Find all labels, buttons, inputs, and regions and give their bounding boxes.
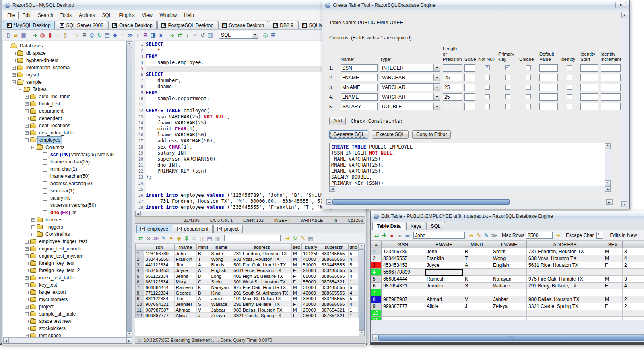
result-cell[interactable]: 5 (348, 251, 359, 256)
column-header[interactable]: # (371, 241, 382, 248)
result-cell[interactable]: M (291, 307, 301, 313)
result-cell[interactable]: 5631 Rice, Houston TX (232, 268, 292, 273)
identity-increment-input[interactable] (601, 84, 621, 91)
result-cell[interactable]: M (291, 262, 301, 268)
connect-icon[interactable]: ➔ (31, 31, 39, 39)
table-cell[interactable]: S (463, 283, 491, 289)
result-tab[interactable]: ✕employee (136, 225, 172, 233)
result-cell[interactable]: Wong (210, 256, 232, 262)
edit-record-icon[interactable]: ✎ (160, 234, 167, 242)
not-null-checkbox[interactable] (485, 75, 490, 80)
scale-input[interactable] (464, 103, 475, 110)
result-cell[interactable]: Bonds (210, 262, 232, 268)
expand-icon[interactable]: + (25, 124, 29, 128)
expand-icon[interactable]: + (25, 276, 29, 280)
refresh-results-icon[interactable]: ⇄ (137, 234, 144, 242)
expand-icon[interactable]: + (25, 327, 29, 330)
expand-icon[interactable]: + (25, 283, 29, 287)
chevron-down-icon[interactable]: ▼ (433, 64, 440, 71)
connection-tab[interactable]: ✕SQL Server 2008 (56, 21, 107, 29)
close-tab-icon[interactable]: ✕ (302, 23, 307, 28)
view-record-icon[interactable]: ∞ (144, 234, 152, 242)
results-vertical-scrollbar[interactable]: ▲ ▼ (359, 244, 365, 336)
menu-view[interactable]: View (138, 12, 156, 19)
table-cell[interactable] (463, 269, 491, 276)
menu-actions[interactable]: Actions (75, 12, 98, 19)
find-icon[interactable]: ◎ (88, 31, 96, 39)
max-rows-input[interactable] (526, 232, 553, 239)
result-cell[interactable]: 999887777 (144, 313, 174, 318)
scale-input[interactable] (464, 74, 475, 81)
rows-icon[interactable]: ≡ (119, 31, 126, 39)
column-header[interactable]: ssn (144, 244, 174, 251)
table-cell[interactable]: F (603, 303, 623, 310)
table-cell[interactable]: 2 (623, 303, 644, 310)
scroll-down-icon[interactable]: ▼ (126, 332, 132, 337)
table-row[interactable]: 1123456789JohnBSmith731 Fondren, Houston… (371, 248, 644, 255)
table-cell[interactable]: 5566778899 (382, 269, 425, 276)
result-cell[interactable]: 123456789 (144, 251, 174, 256)
table-cell[interactable]: K (463, 276, 491, 283)
undo-icon[interactable]: ↺ (199, 31, 206, 39)
result-cell[interactable]: K (197, 285, 210, 290)
table-cell[interactable]: Wallace (491, 283, 527, 289)
identity-checkbox[interactable] (567, 75, 572, 80)
table-cell[interactable] (623, 310, 644, 317)
tree-item[interactable]: +foreign_key_test_2 (3, 267, 126, 274)
group-icon[interactable]: ≣ (142, 31, 149, 39)
not-null-checkbox[interactable] (485, 65, 490, 70)
menu-window[interactable]: Window (156, 12, 181, 19)
column-header[interactable] (623, 241, 644, 248)
table-cell[interactable]: 987654321 (382, 283, 425, 289)
expand-icon[interactable]: + (12, 66, 16, 70)
close-tab-icon[interactable]: ✕ (222, 23, 227, 28)
execute-sql-button[interactable]: Execute SQL (372, 130, 409, 139)
scale-input[interactable] (464, 64, 475, 72)
save-grid-icon[interactable]: ▦ (307, 234, 314, 242)
scale-input[interactable] (464, 84, 475, 91)
result-cell[interactable]: J (197, 313, 210, 318)
window-horizontal-scrollbar[interactable]: ◀ ▶ (326, 199, 613, 205)
table-cell[interactable] (603, 310, 623, 317)
table-cell[interactable] (425, 310, 463, 317)
collapse-icon[interactable]: − (31, 146, 35, 149)
tab-sql[interactable]: SQL (426, 222, 445, 230)
table-row[interactable]: 3453453453JoyceAEnglish5631 Rice, Housto… (371, 262, 644, 269)
result-cell[interactable]: John (174, 251, 196, 256)
table-cell[interactable] (382, 310, 425, 317)
tree-item[interactable]: +dependent (3, 115, 126, 122)
refresh-table-icon[interactable]: ⇄ (373, 231, 380, 239)
expand-icon[interactable]: + (25, 254, 29, 258)
table-cell[interactable] (463, 317, 491, 321)
column-name-input[interactable] (341, 74, 378, 81)
tree-item[interactable]: +Constraints (3, 231, 126, 238)
result-cell[interactable]: 291 Berry, Bellaire, TX (232, 301, 292, 307)
result-cell[interactable]: A (197, 262, 210, 268)
key-icon[interactable]: ◆ (175, 234, 183, 242)
table-cell[interactable]: 999887777 (382, 303, 425, 310)
tree-item[interactable]: +project (3, 303, 126, 310)
expand-icon[interactable]: + (25, 102, 29, 106)
table-cell[interactable] (527, 269, 603, 276)
close-tab-icon[interactable]: ✕ (140, 227, 145, 231)
sql-horizontal-scrollbar[interactable]: ◀ ▶ (329, 186, 611, 192)
table-row[interactable]: 2333445555FranklinTWong638 Voss, Houston… (371, 255, 644, 262)
result-cell[interactable]: 987987987 (144, 307, 174, 313)
download-icon[interactable]: ↓ (184, 31, 191, 39)
commit-icon[interactable]: ▯ (62, 31, 69, 39)
length-input[interactable] (443, 93, 462, 101)
result-cell[interactable]: M (291, 296, 301, 301)
column-header[interactable]: sex (291, 244, 301, 251)
connection-tab[interactable]: ✕DB2 9 (269, 21, 297, 29)
save-icon[interactable]: ▣ (20, 31, 27, 39)
chevron-down-icon[interactable]: ▼ (433, 93, 440, 100)
primary-key-checkbox[interactable] (505, 104, 510, 109)
not-null-checkbox[interactable] (485, 94, 490, 99)
result-cell[interactable]: F (291, 273, 301, 279)
tree-item[interactable]: −Tables (3, 86, 126, 93)
result-cell[interactable]: 975 Fire Oak, Humble TX (232, 285, 292, 290)
scroll-down-icon[interactable]: ▼ (359, 330, 365, 336)
table-row[interactable]: 7 (371, 289, 644, 296)
scrollbar-thumb[interactable]: ▒▒ (378, 335, 644, 341)
column-header[interactable]: salary (301, 244, 320, 251)
